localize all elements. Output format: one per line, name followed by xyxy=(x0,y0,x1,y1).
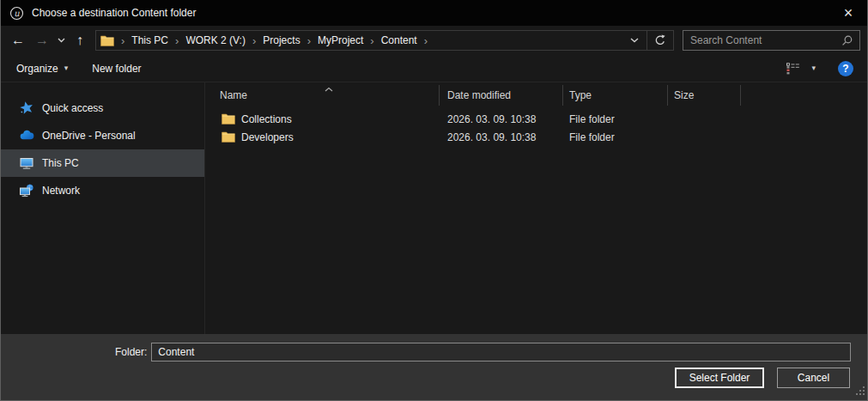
breadcrumb-separator-icon: › xyxy=(246,35,263,46)
this-pc-monitor-icon xyxy=(19,155,34,171)
file-name: Collections xyxy=(241,113,292,125)
date-modified-cell: 2026. 03. 09. 10:38 xyxy=(440,131,563,143)
type-cell: File folder xyxy=(563,113,668,125)
breadcrumb-item-content[interactable]: Content xyxy=(381,34,417,46)
breadcrumb-separator-icon: › xyxy=(363,35,380,46)
back-icon[interactable]: ← xyxy=(6,29,30,52)
search-input[interactable] xyxy=(690,34,841,46)
details-view-icon[interactable] xyxy=(786,63,800,75)
main-content: Quick access OneDrive - Personal xyxy=(1,82,867,334)
sidebar-item-quick-access[interactable]: Quick access xyxy=(1,94,204,122)
address-bar[interactable]: › This PC › WORK 2 (V:) › Projects › MyP… xyxy=(95,30,674,51)
breadcrumb-item-projects[interactable]: Projects xyxy=(263,34,300,46)
organize-button[interactable]: Organize ▾ xyxy=(16,63,68,75)
folder-icon xyxy=(100,35,114,46)
sidebar-item-label: Network xyxy=(42,185,80,197)
network-icon xyxy=(19,183,34,198)
navigation-bar: ← → ↑ › This PC › WORK 2 (V:) › Projects… xyxy=(1,26,867,55)
onedrive-cloud-icon xyxy=(19,128,34,143)
breadcrumb-item-myproject[interactable]: MyProject xyxy=(318,34,363,46)
file-name-cell: Collections xyxy=(205,113,440,125)
breadcrumb-separator-icon: › xyxy=(300,35,318,46)
search-box[interactable] xyxy=(683,30,860,51)
history-chevron-icon[interactable] xyxy=(54,29,68,52)
table-row-collections[interactable]: Collections 2026. 03. 09. 10:38 File fol… xyxy=(205,110,867,128)
close-icon[interactable]: × xyxy=(829,0,867,26)
navigation-pane: Quick access OneDrive - Personal xyxy=(1,82,205,334)
window-title: Choose a destination Content folder xyxy=(32,7,829,19)
help-icon[interactable]: ? xyxy=(838,61,853,76)
new-folder-button[interactable]: New folder xyxy=(92,63,141,75)
file-name: Developers xyxy=(241,131,294,143)
command-toolbar: Organize ▾ New folder ▾ ? xyxy=(1,55,867,82)
breadcrumb-item-this-pc[interactable]: This PC xyxy=(131,34,168,46)
svg-text:u: u xyxy=(14,9,20,18)
breadcrumb-separator-icon: › xyxy=(114,35,131,46)
address-dropdown-icon[interactable] xyxy=(627,38,642,43)
address-divider xyxy=(646,31,647,50)
type-cell: File folder xyxy=(563,131,668,143)
column-headers: Name Date modified Type Size xyxy=(205,83,867,106)
sidebar-item-network[interactable]: Network xyxy=(1,177,204,204)
new-folder-label: New folder xyxy=(92,63,141,75)
chevron-down-icon: ▾ xyxy=(64,64,69,72)
breadcrumb-separator-icon: › xyxy=(417,35,434,46)
unreal-logo-icon: u xyxy=(9,6,24,21)
folder-icon xyxy=(222,113,235,125)
cancel-button[interactable]: Cancel xyxy=(777,368,850,388)
column-header-type[interactable]: Type xyxy=(563,85,668,106)
titlebar: u Choose a destination Content folder × xyxy=(1,0,867,26)
sidebar-item-label: OneDrive - Personal xyxy=(42,130,136,142)
refresh-icon[interactable] xyxy=(652,34,669,46)
sidebar-item-label: This PC xyxy=(42,157,79,169)
sort-ascending-icon[interactable] xyxy=(324,82,334,94)
column-header-name[interactable]: Name xyxy=(205,85,440,106)
column-header-date-modified[interactable]: Date modified xyxy=(440,85,563,106)
organize-label: Organize xyxy=(16,63,58,75)
breadcrumb-separator-icon: › xyxy=(168,35,185,46)
sidebar-item-this-pc[interactable]: This PC xyxy=(1,149,204,177)
sidebar-item-label: Quick access xyxy=(42,102,103,114)
view-dropdown-icon[interactable]: ▾ xyxy=(811,64,816,72)
resize-grip[interactable] xyxy=(856,386,865,398)
dialog-footer: Folder: Select Folder Cancel xyxy=(1,334,867,400)
up-icon[interactable]: ↑ xyxy=(68,29,92,52)
column-header-size[interactable]: Size xyxy=(668,85,741,106)
dialog-buttons: Select Folder Cancel xyxy=(1,362,867,388)
file-name-cell: Developers xyxy=(205,131,440,143)
file-list-panel: Name Date modified Type Size Collections xyxy=(205,82,867,334)
file-dialog-window: u Choose a destination Content folder × … xyxy=(0,0,868,401)
folder-icon xyxy=(222,131,235,143)
quick-access-star-icon xyxy=(19,100,34,116)
sidebar-item-onedrive[interactable]: OneDrive - Personal xyxy=(1,122,204,149)
file-rows: Collections 2026. 03. 09. 10:38 File fol… xyxy=(205,110,867,146)
folder-name-row: Folder: xyxy=(1,334,867,362)
date-modified-cell: 2026. 03. 09. 10:38 xyxy=(440,113,563,125)
breadcrumb-item-drive[interactable]: WORK 2 (V:) xyxy=(185,34,246,46)
forward-icon: → xyxy=(30,29,54,52)
folder-label: Folder: xyxy=(115,346,147,358)
search-icon[interactable] xyxy=(841,35,853,46)
folder-name-input[interactable] xyxy=(151,343,851,362)
table-row-developers[interactable]: Developers 2026. 03. 09. 10:38 File fold… xyxy=(205,128,867,146)
select-folder-button[interactable]: Select Folder xyxy=(675,368,764,388)
